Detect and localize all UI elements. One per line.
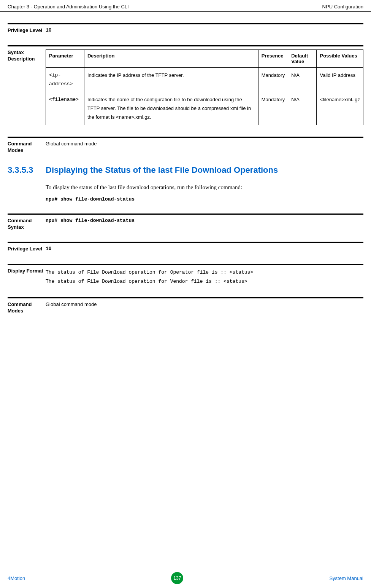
command-modes-value: Global command mode bbox=[46, 141, 363, 154]
page-content: Privilege Level 10 Syntax Description Pa… bbox=[0, 23, 371, 314]
header-left: Chapter 3 - Operation and Administration… bbox=[8, 4, 129, 10]
cell-presence: Mandatory bbox=[258, 67, 288, 92]
syntax-table: Parameter Description Presence Default V… bbox=[46, 49, 363, 125]
cell-default-value: N/A bbox=[288, 92, 317, 125]
page-header: Chapter 3 - Operation and Administration… bbox=[0, 0, 371, 12]
body-paragraph: To display the status of the last file d… bbox=[46, 183, 363, 192]
table-row: <ip-address> Indicates the IP address of… bbox=[46, 67, 363, 92]
command-modes-block-1: Command Modes Global command mode bbox=[8, 137, 363, 154]
syntax-description-block: Syntax Description Parameter Description… bbox=[8, 45, 363, 125]
cell-description: Indicates the IP address of the TFTP ser… bbox=[84, 67, 258, 92]
footer-right: System Manual bbox=[329, 575, 363, 581]
cell-possible-values: Valid IP address bbox=[317, 67, 363, 92]
command-syntax-label: Command Syntax bbox=[8, 218, 46, 231]
privilege-level-label: Privilege Level bbox=[8, 27, 46, 34]
command-modes-label: Command Modes bbox=[8, 141, 46, 154]
header-right: NPU Configuration bbox=[322, 4, 363, 10]
col-default-value: Default Value bbox=[288, 49, 317, 67]
col-possible-values: Possible Values bbox=[317, 49, 363, 67]
section-heading: 3.3.5.3 Displaying the Status of the las… bbox=[8, 165, 363, 175]
syntax-description-label: Syntax Description bbox=[8, 49, 46, 125]
cell-parameter: <ip-address> bbox=[46, 67, 84, 92]
section-title: Displaying the Status of the last File D… bbox=[46, 165, 278, 175]
footer-left: 4Motion bbox=[8, 575, 25, 581]
privilege-level-value: 10 bbox=[46, 246, 363, 252]
col-parameter: Parameter bbox=[46, 49, 84, 67]
command-modes-value: Global command mode bbox=[46, 301, 363, 314]
cell-parameter: <filename> bbox=[46, 92, 84, 125]
display-format-label: Display Format bbox=[8, 268, 46, 286]
command-modes-label: Command Modes bbox=[8, 301, 46, 314]
page-number: 137 bbox=[173, 575, 181, 581]
display-format-line2: The status of File Download operation fo… bbox=[46, 277, 363, 286]
cell-possible-values: <filename>xml..gz bbox=[317, 92, 363, 125]
privilege-level-value: 10 bbox=[46, 27, 363, 34]
command-syntax-value: npu# show file-download-status bbox=[46, 218, 363, 231]
table-row: <filename> Indicates the name of the con… bbox=[46, 92, 363, 125]
page-footer: 4Motion 137 System Manual bbox=[0, 572, 371, 584]
display-format-value: The status of File Download operation fo… bbox=[46, 268, 363, 286]
page-number-badge: 137 bbox=[171, 572, 183, 584]
section-number: 3.3.5.3 bbox=[8, 165, 46, 175]
command-modes-block-2: Command Modes Global command mode bbox=[8, 297, 363, 314]
cell-default-value: N/A bbox=[288, 67, 317, 92]
col-presence: Presence bbox=[258, 49, 288, 67]
display-format-block: Display Format The status of File Downlo… bbox=[8, 264, 363, 286]
cell-description: Indicates the name of the configuration … bbox=[84, 92, 258, 125]
privilege-level-block-1: Privilege Level 10 bbox=[8, 23, 363, 34]
col-description: Description bbox=[84, 49, 258, 67]
table-header-row: Parameter Description Presence Default V… bbox=[46, 49, 363, 67]
body-code: npu# show file-download-status bbox=[46, 196, 363, 202]
display-format-line1: The status of File Download operation fo… bbox=[46, 268, 363, 277]
command-syntax-block: Command Syntax npu# show file-download-s… bbox=[8, 214, 363, 231]
cell-presence: Mandatory bbox=[258, 92, 288, 125]
privilege-level-block-2: Privilege Level 10 bbox=[8, 242, 363, 252]
privilege-level-label: Privilege Level bbox=[8, 246, 46, 252]
